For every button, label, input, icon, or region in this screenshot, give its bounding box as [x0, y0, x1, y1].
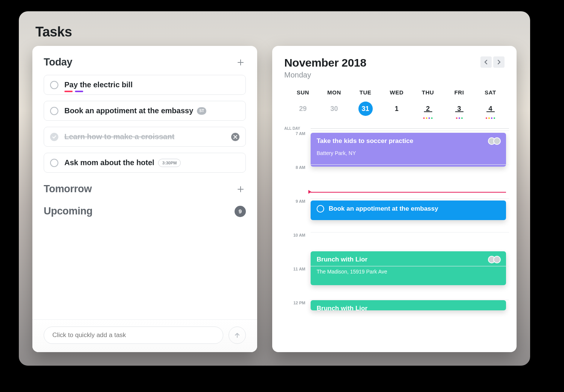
date-dot — [494, 117, 495, 119]
hour-slot[interactable] — [311, 266, 509, 300]
hour-label: 8 AM — [284, 164, 311, 198]
date-label: 2 — [421, 102, 435, 116]
weekday-label: SAT — [475, 89, 506, 96]
hour-slot[interactable] — [311, 164, 509, 198]
task-checkbox[interactable] — [50, 81, 58, 89]
hour-label: 7 AM — [284, 131, 311, 164]
upcoming-count-badge: 9 — [235, 206, 246, 217]
date-underline — [455, 111, 463, 112]
quick-add-send-button[interactable] — [229, 327, 246, 344]
date-cell[interactable]: 31 — [350, 102, 381, 116]
section-title-today: Today — [44, 56, 72, 68]
today-task-list: Pay the electric billBook an appotiment … — [44, 75, 246, 173]
task-checkbox[interactable] — [50, 133, 58, 141]
task-title: Pay the electric bill — [64, 81, 133, 89]
add-task-today-button[interactable] — [235, 57, 246, 68]
event-title: Book an appotiment at the embassy — [329, 205, 438, 212]
weekday-label: FRI — [444, 89, 475, 96]
calendar-prev-button[interactable] — [480, 56, 492, 68]
date-dot — [456, 117, 457, 119]
arrow-up-icon — [234, 332, 241, 339]
date-underline — [424, 111, 432, 112]
task-item[interactable]: Learn how to make a croissant — [44, 127, 246, 147]
task-title: Ask mom about the hotel — [64, 158, 154, 167]
event-avatars — [490, 256, 501, 263]
date-cell[interactable]: 29 — [287, 102, 319, 116]
date-cell[interactable]: 4 — [475, 102, 506, 116]
date-label: 31 — [358, 102, 373, 116]
all-day-label: ALL DAY — [284, 126, 311, 131]
event-title: Brunch with Lior — [317, 256, 367, 263]
task-item[interactable]: Pay the electric bill — [44, 75, 246, 95]
plus-icon — [237, 59, 244, 66]
hour-label: 11 AM — [284, 266, 311, 300]
hour-slot[interactable]: Take the kids to soccer practiceBattery … — [311, 131, 509, 164]
task-time-chip: 3:30PM — [158, 159, 181, 167]
avatar — [493, 137, 501, 145]
task-item[interactable]: Ask mom about the hotel3:30PM — [44, 153, 246, 173]
date-label: 4 — [483, 102, 498, 116]
task-checkbox[interactable] — [50, 107, 58, 115]
date-underline — [486, 111, 495, 112]
calendar-title: November 2018 — [284, 56, 366, 69]
date-cell[interactable]: 1 — [381, 102, 412, 116]
date-label: 3 — [452, 102, 466, 116]
date-dot — [461, 117, 463, 119]
add-task-tomorrow-button[interactable] — [235, 184, 246, 194]
task-item[interactable]: Book an appotiment at the embassyST — [44, 101, 246, 121]
task-title: Learn how to make a croissant — [64, 132, 174, 141]
chevron-left-icon — [484, 60, 488, 64]
date-dot — [486, 117, 487, 119]
event-title: Brunch with Lior — [317, 305, 367, 312]
weekday-label: MON — [319, 89, 350, 96]
task-chip: ST — [197, 107, 206, 115]
avatar — [493, 256, 501, 263]
page-title: Tasks — [35, 24, 517, 40]
tasks-card: Today Pay the electric billBook an appot… — [32, 46, 257, 352]
hour-slot[interactable]: Book an appotiment at the embassy — [311, 198, 509, 232]
calendar-event[interactable]: Take the kids to soccer practiceBattery … — [311, 133, 506, 167]
section-title-upcoming: Upcoming — [44, 205, 93, 217]
calendar-event[interactable]: Brunch with Lior — [311, 300, 506, 310]
quick-add-input[interactable] — [44, 327, 223, 344]
event-avatars — [490, 137, 501, 145]
weekday-label: SUN — [287, 89, 319, 96]
calendar-card: November 2018 Monday SUNMONTUEWEDTHUFRIS… — [272, 46, 517, 352]
calendar-event[interactable]: Book an appotiment at the embassy — [311, 201, 506, 220]
task-delete-button[interactable] — [231, 133, 239, 141]
close-icon — [233, 135, 237, 139]
date-cell[interactable]: 2 — [412, 102, 444, 116]
hour-slot[interactable]: Brunch with Lior — [311, 300, 509, 334]
hour-slot[interactable]: Brunch with LiorThe Madison, 15919 Park … — [311, 232, 509, 266]
date-dots — [444, 117, 475, 119]
date-cell[interactable]: 30 — [319, 102, 350, 116]
date-cell[interactable]: 3 — [444, 102, 475, 116]
weekday-label: WED — [381, 89, 412, 96]
chevron-right-icon — [497, 60, 501, 64]
calendar-next-button[interactable] — [493, 56, 505, 68]
date-label: 30 — [327, 102, 341, 116]
event-check-icon — [317, 205, 324, 213]
date-dot — [423, 117, 425, 119]
hour-label: 12 PM — [284, 300, 311, 334]
plus-icon — [237, 186, 244, 193]
task-title: Book an appotiment at the embassy — [64, 106, 193, 115]
task-tags — [64, 91, 83, 92]
section-head-upcoming: Upcoming 9 — [44, 205, 246, 217]
calendar-subtitle: Monday — [284, 71, 366, 79]
date-dots — [475, 117, 506, 119]
calendar-header: November 2018 Monday — [284, 56, 509, 79]
hour-label: 9 AM — [284, 198, 311, 232]
date-dot — [491, 117, 492, 119]
task-checkbox[interactable] — [50, 159, 58, 167]
app-window: Tasks Today Pay the electric billBook an… — [19, 11, 530, 366]
section-title-tomorrow: Tomorrow — [44, 183, 92, 195]
task-tag — [75, 91, 83, 92]
date-dot — [459, 117, 460, 119]
date-dot — [431, 117, 433, 119]
event-title: Take the kids to soccer practice — [317, 137, 413, 144]
date-dot — [488, 117, 490, 119]
date-dots — [412, 117, 444, 119]
section-head-today: Today — [44, 56, 246, 68]
event-subtitle: Battery Park, NY — [317, 150, 500, 156]
